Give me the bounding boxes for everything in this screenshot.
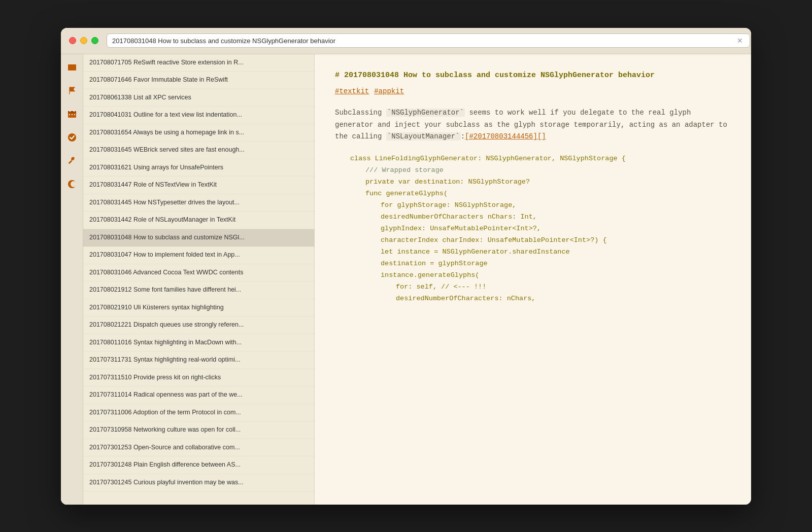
list-item[interactable]: 201707311006 Adoption of the term Protoc… (83, 404, 314, 422)
list-item[interactable]: 201708021221 Dispatch queues use strongl… (83, 316, 314, 334)
doc-body: Subclassing `NSGlyphGenerator` seems to … (335, 107, 731, 143)
svg-rect-7 (74, 114, 75, 115)
code-line: for: self, // <--- !!! (396, 281, 731, 293)
code-line: destination = glyphStorage (381, 258, 731, 270)
list-item[interactable]: 201708031447 Role of NSTextView in TextK… (83, 176, 314, 194)
list-item[interactable]: 201708031645 WEBrick served sites are fa… (83, 141, 314, 159)
moon-icon[interactable] (65, 177, 79, 191)
sidebar: 201708071705 ReSwift reactive Store exte… (61, 54, 315, 505)
list-item[interactable]: 201708031654 Always be using a homepage … (83, 124, 314, 142)
list-item[interactable]: 201708031442 Role of NSLayoutManager in … (83, 211, 314, 229)
doc-title: # 201708031048 How to subclass and custo… (335, 69, 731, 82)
list-item[interactable]: 201707310958 Networking culture was open… (83, 421, 314, 439)
list-item[interactable]: 201707311731 Syntax highlighting real-wo… (83, 351, 314, 369)
list-item[interactable]: 201708061338 List all XPC services (83, 89, 314, 107)
list-item[interactable]: 201708031445 How NSTypesetter drives the… (83, 194, 314, 212)
list-item[interactable]: 201707301245 Curious playful invention m… (83, 474, 314, 492)
code-line: private var destination: NSGlyphStorage? (365, 176, 731, 188)
sidebar-list: 201708071705 ReSwift reactive Store exte… (83, 54, 314, 505)
check-icon[interactable] (65, 130, 79, 145)
code-line: /// Wrapped storage (365, 165, 731, 176)
content-area: 201708071705 ReSwift reactive Store exte… (61, 54, 751, 505)
code-line: glyphIndex: UnsafeMutablePointer<Int>?, (381, 223, 731, 235)
svg-rect-2 (68, 111, 76, 113)
code-line: for glyphStorage: NSGlyphStorage, (381, 200, 731, 211)
list-item[interactable]: 201708011016 Syntax highlighting in MacD… (83, 334, 314, 352)
doc-tag[interactable]: #appkit (374, 87, 404, 95)
code-block: class LineFoldingGlyphGenerator: NSGlyph… (335, 153, 731, 304)
calendar-icon[interactable] (65, 107, 79, 121)
doc-tag[interactable]: #textkit (335, 87, 369, 95)
list-item[interactable]: 201708031046 Advanced Cocoa Text WWDC co… (83, 264, 314, 282)
flag-icon[interactable] (65, 84, 79, 98)
list-item[interactable]: 201708031047 How to implement folded tex… (83, 246, 314, 264)
code-line: class LineFoldingGlyphGenerator: NSGlyph… (350, 153, 731, 165)
sidebar-icon-column (61, 54, 83, 505)
title-bar: ✕ (61, 28, 751, 54)
list-item[interactable]: 201707301248 Plain English difference be… (83, 456, 314, 474)
minimize-button[interactable] (80, 37, 87, 44)
clear-search-button[interactable]: ✕ (737, 37, 743, 44)
app-window: ✕ (61, 28, 751, 505)
wrench-icon[interactable] (65, 154, 79, 168)
svg-rect-5 (69, 114, 70, 115)
close-button[interactable] (69, 37, 76, 44)
search-input[interactable] (107, 33, 750, 48)
svg-point-10 (71, 181, 77, 187)
inbox-icon[interactable] (65, 60, 79, 75)
traffic-lights (69, 37, 98, 44)
code-line: instance.generateGlyphs( (381, 270, 731, 281)
list-item[interactable]: 201708021912 Some font families have dif… (83, 281, 314, 299)
code-line: desiredNumberOfCharacters nChars: Int, (381, 211, 731, 223)
code-line: func generateGlyphs( (365, 188, 731, 200)
list-item[interactable]: 201708071646 Favor Immutable State in Re… (83, 72, 314, 89)
list-item[interactable]: 201708021910 Uli Küsterers syntax highli… (83, 299, 314, 317)
list-item[interactable]: 201707311014 Radical openness was part o… (83, 386, 314, 404)
maximize-button[interactable] (91, 37, 98, 44)
svg-rect-6 (72, 114, 73, 115)
list-item[interactable]: 201707311510 Provide press kit on right-… (83, 369, 314, 387)
code-line: let instance = NSGlyphGenerator.sharedIn… (381, 246, 731, 258)
doc-tags: #textkit#appkit (335, 86, 731, 97)
code-line: characterIndex charIndex: UnsafeMutableP… (381, 235, 731, 246)
list-item[interactable]: 201708041031 Outline for a text view lis… (83, 107, 314, 124)
main-content: # 201708031048 How to subclass and custo… (315, 54, 751, 505)
list-item[interactable]: 201708031621 Using arrays for UnsafePoin… (83, 159, 314, 177)
list-item[interactable]: 201708031048 How to subclass and customi… (83, 229, 314, 247)
list-item[interactable]: 201708071705 ReSwift reactive Store exte… (83, 54, 314, 72)
svg-point-8 (68, 133, 76, 141)
code-line: desiredNumberOfCharacters: nChars, (396, 293, 731, 305)
list-item[interactable]: 201707301253 Open-Source and collaborati… (83, 439, 314, 457)
